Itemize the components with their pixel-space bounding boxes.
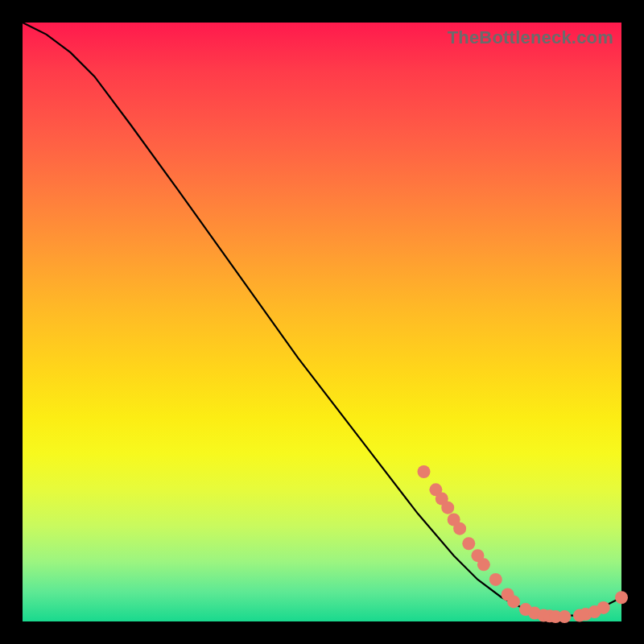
data-marker: [441, 502, 454, 514]
data-marker: [597, 601, 610, 614]
data-marker: [477, 558, 490, 571]
data-marker: [489, 573, 502, 586]
marker-group: [417, 465, 628, 623]
data-marker: [507, 595, 520, 608]
plot-area: TheBottleneck.com: [23, 23, 621, 621]
curve-svg: [23, 23, 621, 621]
data-marker: [615, 591, 628, 604]
data-marker: [453, 522, 466, 535]
data-marker: [462, 537, 475, 550]
bottleneck-curve: [23, 23, 621, 616]
chart-stage: TheBottleneck.com: [0, 0, 644, 644]
data-marker: [417, 465, 430, 478]
data-marker: [558, 610, 571, 623]
